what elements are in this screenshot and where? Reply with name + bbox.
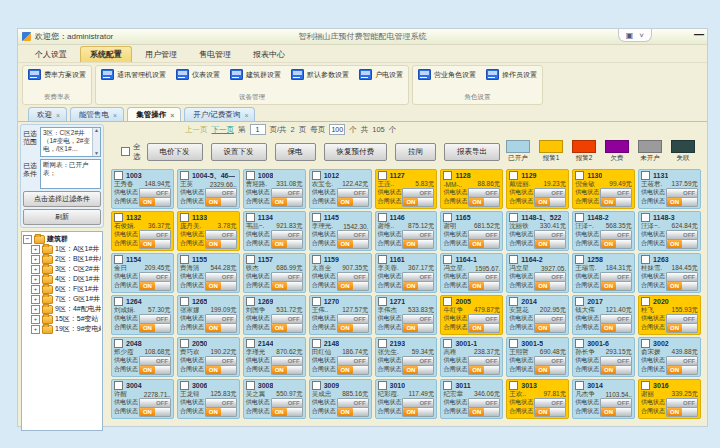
- card-checkbox[interactable]: [509, 171, 518, 180]
- meter-card[interactable]: 1148-2汪泽~.568.35元供电状态OFF合闸状态ON: [572, 211, 635, 251]
- card-checkbox[interactable]: [443, 171, 452, 180]
- meter-card[interactable]: 1148-3汪泽~.624.84元供电状态OFF合闸状态ON: [638, 211, 701, 251]
- card-checkbox[interactable]: [180, 339, 189, 348]
- card-checkbox[interactable]: [378, 339, 387, 348]
- tab-close-icon[interactable]: ×: [244, 112, 248, 119]
- meter-card[interactable]: 1129戴缇丽.19.23元供电状态OFF合闸状态ON: [506, 169, 569, 209]
- switch-toggle[interactable]: ON: [666, 239, 698, 249]
- meter-card[interactable]: 1159太喜全907.35元供电状态OFF合闸状态ON: [309, 253, 372, 293]
- chevron-down-icon[interactable]: ˅: [639, 31, 644, 40]
- menu-tab-3[interactable]: 售电管理: [190, 47, 240, 62]
- switch-toggle[interactable]: ON: [271, 239, 303, 249]
- tab-close-icon[interactable]: ×: [56, 112, 60, 119]
- switch-toggle[interactable]: ON: [139, 323, 171, 333]
- card-checkbox[interactable]: [509, 297, 518, 306]
- document-tab-2[interactable]: 集管操作×: [127, 107, 181, 121]
- card-checkbox[interactable]: [378, 171, 387, 180]
- meter-card[interactable]: 1269刘国争531.72元供电状态OFF合闸状态ON: [243, 295, 306, 335]
- meter-card[interactable]: 1157铁杰686.99元供电状态OFF合闸状态ON: [243, 253, 306, 293]
- meter-card[interactable]: 1130倪金敏99.49元供电状态OFF合闸状态ON: [572, 169, 635, 209]
- document-tab-0[interactable]: 欢迎×: [28, 107, 67, 121]
- switch-toggle[interactable]: ON: [600, 323, 632, 333]
- switch-toggle[interactable]: ON: [600, 239, 632, 249]
- card-checkbox[interactable]: [575, 297, 584, 306]
- card-checkbox[interactable]: [246, 255, 255, 264]
- select-all-checkbox[interactable]: [121, 147, 130, 156]
- switch-toggle[interactable]: ON: [468, 197, 500, 207]
- card-checkbox[interactable]: [114, 171, 123, 180]
- meter-card[interactable]: 1004-5、46—王英2329.66..供电状态OFF合闸状态ON: [177, 169, 240, 209]
- expand-icon[interactable]: +: [31, 305, 40, 314]
- card-checkbox[interactable]: [641, 255, 650, 264]
- card-checkbox[interactable]: [641, 213, 650, 222]
- meter-card[interactable]: 3001-1高稚238.37元供电状态OFF合闸状态ON: [440, 337, 503, 377]
- switch-toggle[interactable]: ON: [402, 281, 434, 291]
- card-checkbox[interactable]: [378, 213, 387, 222]
- meter-card[interactable]: 1012农宝仓.122.42元供电状态OFF合闸状态ON: [309, 169, 372, 209]
- card-checkbox[interactable]: [575, 339, 584, 348]
- switch-toggle[interactable]: ON: [337, 197, 369, 207]
- tree-item-1[interactable]: +2区：B区1#井/B区1…: [31, 254, 101, 264]
- toolbar-button-4[interactable]: 拉闸: [395, 143, 436, 161]
- meter-card[interactable]: 2020桂飞155.93元供电状态OFF合闸状态ON: [638, 295, 701, 335]
- switch-toggle[interactable]: ON: [205, 365, 237, 375]
- meter-card[interactable]: 3013王欢..97.81元供电状态OFF合闸状态ON: [506, 379, 569, 419]
- card-checkbox[interactable]: [246, 213, 255, 222]
- meter-card[interactable]: 1271李伟杰533.83元供电状态OFF合闸状态ON: [375, 295, 438, 335]
- meter-card[interactable]: 1258王瑞雪.184.31元供电状态OFF合闸状态ON: [572, 253, 635, 293]
- menu-tab-2[interactable]: 用户管理: [136, 47, 186, 62]
- switch-toggle[interactable]: ON: [468, 365, 500, 375]
- card-checkbox[interactable]: [509, 339, 518, 348]
- card-checkbox[interactable]: [443, 381, 452, 390]
- meter-card[interactable]: 1003王秀春148.94元供电状态OFF合闸状态ON: [111, 169, 174, 209]
- card-checkbox[interactable]: [312, 297, 321, 306]
- toolbar-button-1[interactable]: 设置下发: [211, 143, 267, 161]
- meter-card[interactable]: 3016谢丽339.25元供电状态OFF合闸状态ON: [638, 379, 701, 419]
- switch-toggle[interactable]: ON: [534, 239, 566, 249]
- switch-toggle[interactable]: ON: [666, 365, 698, 375]
- card-checkbox[interactable]: [114, 213, 123, 222]
- switch-toggle[interactable]: ON: [666, 281, 698, 291]
- switch-toggle[interactable]: ON: [666, 407, 698, 417]
- switch-toggle[interactable]: ON: [600, 197, 632, 207]
- switch-toggle[interactable]: ON: [468, 281, 500, 291]
- switch-toggle[interactable]: ON: [205, 323, 237, 333]
- switch-toggle[interactable]: ON: [468, 323, 500, 333]
- switch-toggle[interactable]: ON: [666, 323, 698, 333]
- card-checkbox[interactable]: [443, 339, 452, 348]
- card-checkbox[interactable]: [114, 255, 123, 264]
- switch-toggle[interactable]: ON: [534, 365, 566, 375]
- card-checkbox[interactable]: [180, 381, 189, 390]
- meter-card[interactable]: 2014安慧花202.95元供电状态OFF合闸状态ON: [506, 295, 569, 335]
- meter-card[interactable]: 3006王龙锦125.83元供电状态OFF合闸状态ON: [177, 379, 240, 419]
- tree-item-8[interactable]: +19区：9#变电站（2…: [31, 324, 101, 334]
- card-checkbox[interactable]: [575, 171, 584, 180]
- card-checkbox[interactable]: [246, 339, 255, 348]
- ribbon-button[interactable]: 仪表设置: [174, 68, 222, 81]
- meter-card[interactable]: 1165谢明681.52元供电状态OFF合闸状态ON: [440, 211, 503, 251]
- card-checkbox[interactable]: [114, 381, 123, 390]
- card-checkbox[interactable]: [509, 381, 518, 390]
- window-quick-controls[interactable]: ▣ ˅: [618, 29, 652, 42]
- choose-filter-button[interactable]: 点击选择过滤条件: [23, 191, 101, 207]
- card-checkbox[interactable]: [312, 381, 321, 390]
- card-checkbox[interactable]: [509, 255, 518, 264]
- expand-icon[interactable]: +: [31, 245, 40, 254]
- document-tab-1[interactable]: 能管售电×: [70, 107, 124, 121]
- meter-card[interactable]: 2148田红仙186.74元供电状态OFF合闸状态ON: [309, 337, 372, 377]
- switch-toggle[interactable]: ON: [600, 281, 632, 291]
- tree-item-5[interactable]: +7区：G区1#井: [31, 294, 101, 304]
- meter-card[interactable]: 3009吴成忠885.16元供电状态OFF合闸状态ON: [309, 379, 372, 419]
- meter-card[interactable]: 2017钱大伟121.40元供电状态OFF合闸状态ON: [572, 295, 635, 335]
- ribbon-button[interactable]: 建筑群设置: [228, 68, 283, 81]
- switch-toggle[interactable]: ON: [271, 281, 303, 291]
- tree-item-4[interactable]: +6区：F区1#井（F区…: [31, 284, 101, 294]
- card-checkbox[interactable]: [114, 297, 123, 306]
- switch-toggle[interactable]: ON: [468, 239, 500, 249]
- card-checkbox[interactable]: [246, 297, 255, 306]
- switch-toggle[interactable]: ON: [534, 281, 566, 291]
- meter-card[interactable]: 1131王莜君.137.59元供电状态OFF合闸状态ON: [638, 169, 701, 209]
- next-page-link[interactable]: 下一页: [212, 125, 235, 135]
- card-checkbox[interactable]: [641, 171, 650, 180]
- meter-card[interactable]: 1265张家娜199.09元供电状态OFF合闸状态ON: [177, 295, 240, 335]
